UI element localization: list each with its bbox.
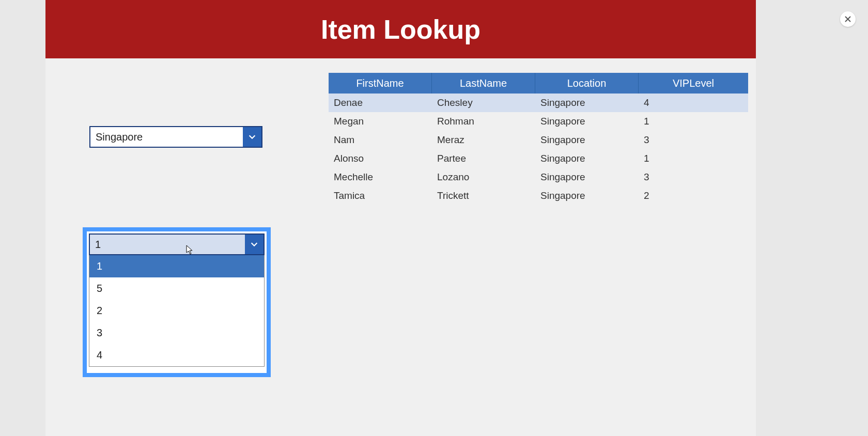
table-cell: 1 (639, 112, 748, 131)
vip-dropdown-highlight: 1 15234 (83, 227, 271, 377)
table-cell: Meraz (432, 131, 535, 149)
table-cell: Singapore (535, 94, 639, 112)
vip-dropdown-option[interactable]: 5 (89, 277, 264, 300)
chevron-down-icon (243, 127, 261, 147)
table-cell: Megan (329, 112, 432, 131)
table-cell: Denae (329, 94, 432, 112)
table-cell: Singapore (535, 131, 639, 149)
content-area: Singapore 1 15234 FirstNameLastNameLocat… (45, 58, 756, 436)
table-header-cell[interactable]: Location (535, 73, 639, 94)
table-row[interactable]: TamicaTrickettSingapore2 (329, 186, 748, 205)
table-cell: Nam (329, 131, 432, 149)
table-cell: 3 (639, 131, 748, 149)
app-window: Item Lookup Singapore 1 15234 (45, 0, 756, 436)
table-cell: Singapore (535, 186, 639, 205)
table-row[interactable]: MechelleLozanoSingapore3 (329, 168, 748, 186)
header: Item Lookup (45, 0, 756, 58)
table-body: DenaeChesleySingapore4MeganRohmanSingapo… (329, 94, 748, 205)
table-cell: Lozano (432, 168, 535, 186)
vip-dropdown-option[interactable]: 1 (89, 255, 264, 277)
table-header-cell[interactable]: LastName (432, 73, 535, 94)
table-cell: Alonso (329, 149, 432, 168)
table-cell: Singapore (535, 149, 639, 168)
table-cell: 1 (639, 149, 748, 168)
table-cell: Trickett (432, 186, 535, 205)
vip-dropdown-option[interactable]: 2 (89, 300, 264, 322)
table-row[interactable]: NamMerazSingapore3 (329, 131, 748, 149)
close-icon (844, 15, 851, 23)
table-row[interactable]: AlonsoParteeSingapore1 (329, 149, 748, 168)
table-cell: Tamica (329, 186, 432, 205)
table-cell: Singapore (535, 112, 639, 131)
vip-dropdown-list: 15234 (89, 255, 265, 367)
chevron-down-icon (245, 235, 264, 254)
table-cell: Singapore (535, 168, 639, 186)
location-dropdown[interactable]: Singapore (89, 126, 262, 148)
page-title: Item Lookup (321, 14, 481, 45)
vip-dropdown[interactable]: 1 (89, 233, 265, 255)
vip-dropdown-value: 1 (90, 235, 245, 254)
table-cell: 2 (639, 186, 748, 205)
table-cell: 3 (639, 168, 748, 186)
table-cell: Chesley (432, 94, 535, 112)
table-row[interactable]: MeganRohmanSingapore1 (329, 112, 748, 131)
table-cell: Rohman (432, 112, 535, 131)
table-header-row: FirstNameLastNameLocationVIPLevel (329, 73, 748, 94)
table-cell: 4 (639, 94, 748, 112)
close-button[interactable] (840, 11, 856, 27)
vip-dropdown-option[interactable]: 3 (89, 322, 264, 344)
table-row[interactable]: DenaeChesleySingapore4 (329, 94, 748, 112)
table-header-cell[interactable]: VIPLevel (639, 73, 748, 94)
table-cell: Partee (432, 149, 535, 168)
table-header-cell[interactable]: FirstName (329, 73, 432, 94)
table-cell: Mechelle (329, 168, 432, 186)
vip-dropdown-option[interactable]: 4 (89, 344, 264, 366)
location-dropdown-value: Singapore (90, 127, 243, 147)
results-table: FirstNameLastNameLocationVIPLevel DenaeC… (329, 73, 748, 205)
